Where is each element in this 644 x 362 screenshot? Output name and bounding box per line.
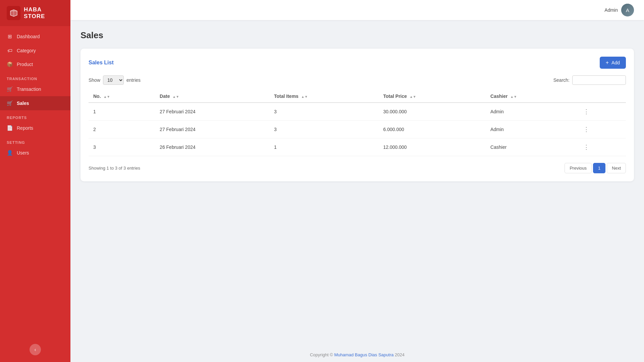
sidebar-item-dashboard[interactable]: ⊞ Dashboard (0, 29, 70, 44)
sidebar-item-label: Users (17, 150, 29, 156)
sidebar-item-label: Sales (17, 101, 29, 106)
sidebar-item-users[interactable]: 👤 Users (0, 146, 70, 160)
page-title: Sales (80, 30, 634, 41)
page-1-button[interactable]: 1 (593, 163, 605, 173)
sidebar-item-reports[interactable]: 📄 Reports (0, 121, 70, 135)
app-name: HABA STORE (24, 6, 64, 20)
plus-icon: + (606, 60, 609, 66)
add-button[interactable]: + Add (600, 57, 626, 69)
topbar-user[interactable]: Admin A (604, 4, 634, 16)
section-label-setting: SETTING (0, 135, 70, 146)
pagination-info: Showing 1 to 3 of 3 entries (89, 166, 140, 171)
col-header-no[interactable]: No. ▲▼ (89, 90, 155, 103)
product-icon: 📦 (7, 61, 13, 67)
sidebar-item-label: Product (17, 62, 33, 67)
table-row: 1 27 Februari 2024 3 30.000.000 Admin ⋮ (89, 103, 626, 121)
sidebar-item-category[interactable]: 🏷 Category (0, 44, 70, 57)
page-body: Sales Sales List + Add Show 10 25 50 100 (70, 20, 644, 348)
col-header-actions (577, 90, 626, 103)
topbar: Admin A (70, 0, 644, 20)
category-icon: 🏷 (7, 48, 13, 53)
main-content: Admin A Sales Sales List + Add Show 10 (70, 0, 644, 362)
reports-icon: 📄 (7, 125, 13, 131)
table-row: 2 27 Februari 2024 3 6.000.000 Admin ⋮ (89, 121, 626, 138)
col-header-cashier[interactable]: Cashier ▲▼ (486, 90, 577, 103)
col-header-date[interactable]: Date ▲▼ (155, 90, 269, 103)
sidebar-item-label: Reports (17, 125, 33, 131)
topbar-username: Admin (604, 7, 618, 13)
cell-total-price: 30.000.000 (379, 103, 486, 121)
chevron-left-icon: ‹ (35, 347, 36, 352)
cell-no: 1 (89, 103, 155, 121)
sidebar: HABA STORE ⊞ Dashboard 🏷 Category 📦 Prod… (0, 0, 70, 362)
cell-total-price: 12.000.000 (379, 138, 486, 156)
transaction-icon: 🛒 (7, 86, 13, 92)
search-label: Search: (553, 77, 570, 83)
row-action-button[interactable]: ⋮ (581, 125, 591, 134)
cell-no: 3 (89, 138, 155, 156)
cell-actions: ⋮ (577, 138, 626, 156)
col-header-total-items[interactable]: Total Items ▲▼ (269, 90, 379, 103)
cell-total-items: 1 (269, 138, 379, 156)
show-label: Show (89, 77, 100, 83)
show-entries: Show 10 25 50 100 entries (89, 75, 141, 85)
section-label-transaction: TRANSACTION (0, 71, 70, 82)
add-button-label: Add (611, 60, 620, 65)
cell-date: 27 Februari 2024 (155, 103, 269, 121)
cell-actions: ⋮ (577, 121, 626, 138)
sidebar-item-sales[interactable]: 🛒 Sales (0, 96, 70, 110)
sales-icon: 🛒 (7, 100, 13, 106)
row-action-button[interactable]: ⋮ (581, 143, 591, 152)
table-row: 3 26 Februari 2024 1 12.000.000 Cashier … (89, 138, 626, 156)
footer-copyright: Copyright © (310, 352, 334, 357)
sidebar-item-product[interactable]: 📦 Product (0, 57, 70, 71)
sales-card: Sales List + Add Show 10 25 50 100 entri… (80, 49, 634, 181)
cell-total-items: 3 (269, 121, 379, 138)
cell-no: 2 (89, 121, 155, 138)
sidebar-item-label: Dashboard (17, 34, 40, 39)
col-header-total-price[interactable]: Total Price ▲▼ (379, 90, 486, 103)
footer-author-link[interactable]: Muhamad Bagus Dias Saputra (334, 352, 395, 357)
cell-cashier: Admin (486, 103, 577, 121)
footer: Copyright © Muhamad Bagus Dias Saputra 2… (70, 348, 644, 362)
search-input[interactable] (572, 75, 626, 85)
cell-date: 26 Februari 2024 (155, 138, 269, 156)
cell-total-price: 6.000.000 (379, 121, 486, 138)
cell-cashier: Cashier (486, 138, 577, 156)
sort-icon-date: ▲▼ (172, 95, 179, 99)
table-header-row: No. ▲▼ Date ▲▼ Total Items ▲▼ Total Pr (89, 90, 626, 103)
table-controls: Show 10 25 50 100 entries Search: (89, 75, 626, 85)
footer-year: 2024 (395, 352, 405, 357)
row-action-button[interactable]: ⋮ (581, 107, 591, 116)
sales-table: No. ▲▼ Date ▲▼ Total Items ▲▼ Total Pr (89, 90, 626, 156)
cell-total-items: 3 (269, 103, 379, 121)
dashboard-icon: ⊞ (7, 34, 13, 40)
sidebar-item-label: Transaction (17, 86, 41, 92)
card-header: Sales List + Add (89, 57, 626, 69)
pagination-controls: Previous 1 Next (565, 163, 626, 173)
sort-icon-cashier: ▲▼ (510, 95, 517, 99)
pagination-bar: Showing 1 to 3 of 3 entries Previous 1 N… (89, 163, 626, 173)
next-button[interactable]: Next (607, 163, 626, 173)
sidebar-logo: HABA STORE (0, 0, 70, 26)
sidebar-item-transaction[interactable]: 🛒 Transaction (0, 82, 70, 96)
sort-icon-no: ▲▼ (103, 95, 110, 99)
users-icon: 👤 (7, 150, 13, 156)
previous-button[interactable]: Previous (565, 163, 592, 173)
sidebar-collapse-button[interactable]: ‹ (30, 344, 41, 355)
section-label-reports: REPORTS (0, 110, 70, 121)
logo-icon (7, 6, 20, 20)
sort-icon-total-items: ▲▼ (301, 95, 308, 99)
sidebar-item-label: Category (17, 48, 36, 53)
card-title: Sales List (89, 60, 114, 66)
entries-select[interactable]: 10 25 50 100 (103, 75, 124, 85)
search-box: Search: (553, 75, 626, 85)
sidebar-nav: ⊞ Dashboard 🏷 Category 📦 Product TRANSAC… (0, 26, 70, 362)
cell-date: 27 Februari 2024 (155, 121, 269, 138)
cell-actions: ⋮ (577, 103, 626, 121)
avatar: A (621, 4, 634, 16)
entries-label: entries (126, 77, 141, 83)
cell-cashier: Admin (486, 121, 577, 138)
sort-icon-total-price: ▲▼ (410, 95, 416, 99)
